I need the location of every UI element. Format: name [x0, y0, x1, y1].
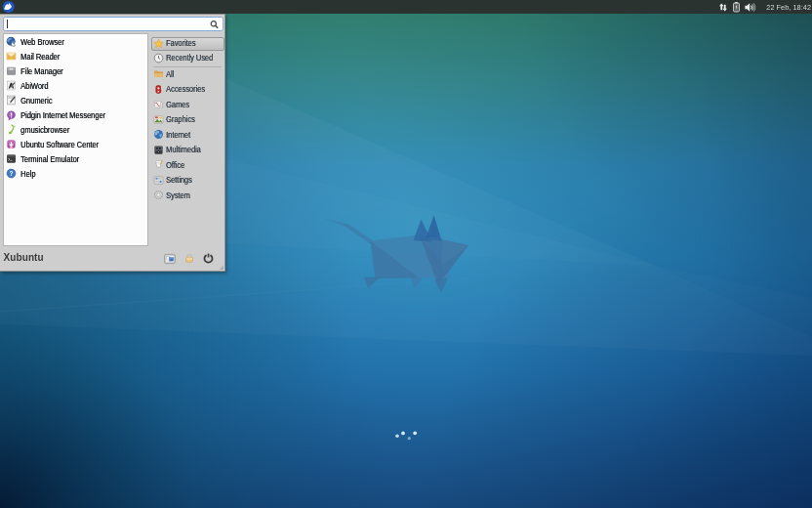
svg-text:?: ? [9, 170, 13, 177]
